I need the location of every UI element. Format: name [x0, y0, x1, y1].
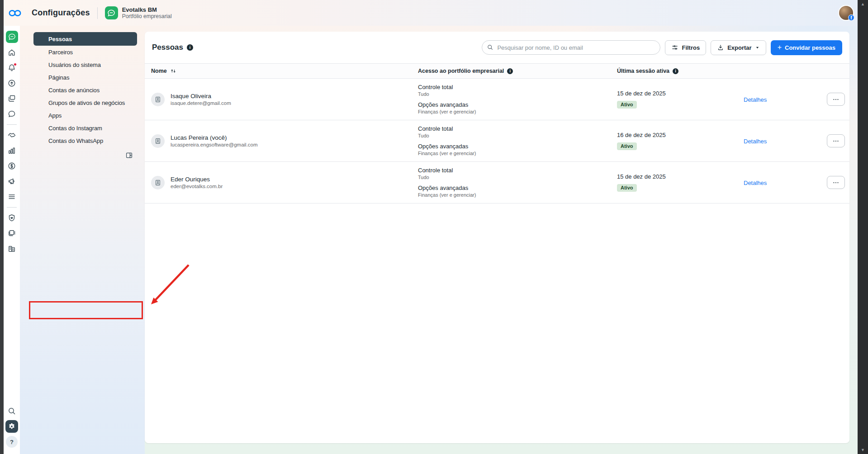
rail-notifications[interactable] — [4, 60, 20, 76]
sidebar-item-grupos-de-ativos-de-negocios[interactable]: Grupos de ativos de negócios — [33, 96, 137, 109]
person-name: Eder Ouriques — [171, 175, 223, 183]
rail-insights[interactable] — [4, 143, 20, 158]
column-name[interactable]: Nome — [151, 68, 418, 74]
scrollbar[interactable]: ▲ ▼ — [858, 0, 868, 454]
person-card-icon — [151, 134, 165, 148]
page-title: Configurações — [32, 8, 90, 18]
export-label: Exportar — [727, 44, 751, 51]
scroll-up-icon[interactable]: ▲ — [861, 2, 865, 6]
sidebar-item-paginas[interactable]: Páginas — [33, 71, 137, 84]
access-subtitle: Finanças (ver e gerenciar) — [418, 192, 617, 198]
rail-evotalks-app[interactable] — [4, 28, 20, 45]
invite-people-button[interactable]: + Convidar pessoas — [771, 40, 842, 55]
divider — [97, 7, 98, 19]
business-name: Evotalks BM — [122, 6, 172, 13]
access-subtitle: Tudo — [418, 91, 617, 97]
rail-search[interactable] — [4, 403, 20, 419]
scroll-down-icon[interactable]: ▼ — [861, 448, 865, 452]
sort-icon[interactable] — [170, 68, 176, 74]
pages-icon — [7, 94, 16, 103]
last-session-date: 16 de dez de 2025 — [617, 132, 744, 138]
export-button[interactable]: Exportar — [711, 40, 766, 55]
sidebar-item-label: Grupos de ativos de negócios — [48, 99, 125, 106]
person-name: Isaque Oliveira — [171, 92, 231, 100]
rail-inbox[interactable] — [4, 106, 20, 122]
shield-heart-icon — [7, 213, 16, 222]
rail-home[interactable] — [4, 45, 20, 60]
row-menu-button[interactable] — [827, 134, 845, 147]
user-avatar[interactable]: f — [839, 6, 853, 20]
buildings-icon — [7, 244, 16, 253]
info-icon[interactable]: i — [507, 68, 513, 74]
sidebar-item-usuarios-do-sistema[interactable]: Usuários do sistema — [33, 58, 137, 71]
status-badge: Ativo — [617, 101, 637, 109]
rail-all-tools[interactable] — [4, 189, 20, 204]
notification-dot — [14, 63, 17, 66]
sidebar-item-label: Páginas — [48, 74, 69, 81]
row-menu-button[interactable] — [827, 93, 845, 106]
status-badge: Ativo — [617, 184, 637, 192]
rail-partnerships[interactable] — [4, 128, 20, 143]
person-email: lucaspereira.engsoftware@gmail.com — [171, 142, 258, 148]
details-link[interactable]: Detalhes — [744, 138, 767, 145]
rail-settings[interactable] — [4, 419, 20, 434]
meta-business-settings-app: Configurações Evotalks BM Portfólio empr… — [0, 0, 868, 454]
access-title: Controle total — [418, 167, 617, 174]
row-menu-button[interactable] — [827, 176, 845, 189]
access-subtitle: Finanças (ver e gerenciar) — [418, 150, 617, 156]
rail-boost[interactable] — [4, 76, 20, 91]
sidebar-item-parceiros[interactable]: Parceiros — [33, 46, 137, 58]
meta-logo-icon[interactable] — [8, 8, 22, 18]
invite-label: Convidar pessoas — [785, 44, 835, 51]
search-input[interactable] — [482, 40, 660, 55]
table-row: Lucas Pereira (você) lucaspereira.engsof… — [145, 120, 849, 162]
megaphone-icon — [7, 177, 16, 186]
details-link[interactable]: Detalhes — [744, 96, 767, 103]
search-icon — [7, 407, 16, 416]
business-logo-icon[interactable] — [105, 6, 118, 19]
sidebar-item-contas-do-whatsapp[interactable]: Contas do WhatsApp — [33, 134, 137, 147]
access-title: Controle total — [418, 84, 617, 91]
person-email: isaque.detere@gmail.com — [171, 100, 231, 107]
sidebar-item-label: Contas do Instagram — [48, 125, 102, 132]
filters-icon — [671, 44, 678, 51]
sidebar-item-pessoas[interactable]: Pessoas — [33, 32, 137, 46]
gear-icon — [5, 420, 18, 433]
topbar: Configurações Evotalks BM Portfólio empr… — [4, 0, 858, 26]
person-card-icon — [151, 93, 165, 106]
sidebar-item-label: Apps — [48, 112, 62, 119]
sidebar-item-label: Contas do WhatsApp — [48, 137, 103, 144]
search-icon — [487, 44, 493, 52]
column-last-session: Última sessão ativa i — [617, 68, 744, 74]
rail-divider — [7, 207, 17, 208]
evotalks-app-icon — [6, 31, 18, 43]
search-wrap — [482, 40, 660, 55]
access-title: Controle total — [418, 125, 617, 132]
access-subtitle: Tudo — [418, 174, 617, 180]
info-icon[interactable]: i — [673, 68, 678, 74]
sidebar-item-label: Pessoas — [48, 36, 72, 43]
sidebar-item-contas-do-instagram[interactable]: Contas do Instagram — [33, 122, 137, 134]
info-icon[interactable]: i — [187, 44, 193, 51]
rail-ads[interactable] — [4, 174, 20, 189]
collapse-sidebar-icon[interactable] — [125, 151, 133, 159]
sidebar-item-apps[interactable]: Apps — [33, 109, 137, 122]
rail-business-portfolio[interactable] — [4, 241, 20, 256]
sidebar-item-label: Parceiros — [48, 49, 73, 56]
table-row: Eder Ouriques eder@evotalks.com.br Contr… — [145, 162, 849, 203]
rail-monetization[interactable] — [4, 158, 20, 174]
rail-media-library[interactable] — [4, 226, 20, 241]
rail-brand-safety[interactable] — [4, 210, 20, 226]
access-subtitle: Tudo — [418, 132, 617, 139]
filters-button[interactable]: Filtros — [665, 40, 706, 55]
sidebar-item-contas-de-anuncios[interactable]: Contas de anúncios — [33, 84, 137, 96]
rail-divider — [7, 124, 17, 125]
rail-pages[interactable] — [4, 91, 20, 106]
plus-icon: + — [778, 44, 782, 51]
last-session-date: 15 de dez de 2025 — [617, 173, 744, 180]
person-name: Lucas Pereira (você) — [171, 134, 258, 142]
details-link[interactable]: Detalhes — [744, 180, 767, 186]
rail-help[interactable]: ? — [4, 434, 20, 449]
section-title-text: Pessoas — [152, 43, 183, 52]
person-card-icon — [151, 176, 165, 189]
